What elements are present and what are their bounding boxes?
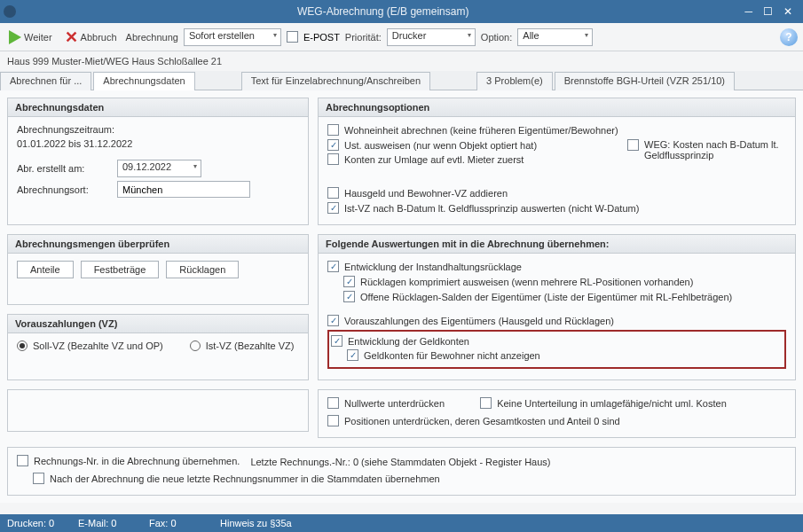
prioritaet-label: Priorität: bbox=[345, 32, 382, 43]
tab-abrechnungsdaten[interactable]: Abrechnungsdaten bbox=[93, 72, 194, 90]
close-button[interactable]: ✕ bbox=[783, 5, 792, 18]
panel-header: Abrechnungsdaten bbox=[8, 98, 308, 117]
abrechnung-label: Abrechnung bbox=[126, 32, 178, 43]
lbl-ist-vz: Ist-VZ (Bezahlte VZ) bbox=[206, 340, 295, 351]
minimize-button[interactable]: ─ bbox=[744, 5, 752, 18]
cb-nullwerte[interactable] bbox=[327, 397, 339, 409]
statusbar: Drucken: 0 E-Mail: 0 Fax: 0 Hinweis zu §… bbox=[0, 514, 803, 532]
help-icon[interactable]: ? bbox=[780, 28, 798, 46]
panel-empty-left bbox=[7, 389, 309, 432]
panel-auswertungen: Folgende Auswertungen mit in die Abrechn… bbox=[318, 234, 796, 380]
maximize-button[interactable]: ☐ bbox=[763, 5, 773, 18]
weiter-button[interactable]: Weiter bbox=[5, 28, 56, 46]
breadcrumb: Haus 999 Muster-Miet/WEG Haus Schloßalle… bbox=[0, 51, 803, 71]
btn-festbetraege[interactable]: Festbeträge bbox=[81, 261, 160, 278]
zeitraum-value: 01.01.2022 bis 31.12.2022 bbox=[17, 138, 299, 149]
panel-rechnungsnr: Rechnungs-Nr. in die Abrechnung übernehm… bbox=[7, 447, 796, 496]
radio-soll-vz[interactable] bbox=[17, 340, 28, 351]
tab-text-einzelabrechnung[interactable]: Text für Einzelabrechnung/Anschreiben bbox=[241, 72, 430, 90]
titlebar: WEG-Abrechnung (E/B gemeinsam) ─ ☐ ✕ bbox=[0, 0, 803, 23]
cb-vz-eigentuemer[interactable]: ✓ bbox=[327, 315, 339, 326]
tab-abrechnen-fuer[interactable]: Abrechnen für ... bbox=[0, 72, 91, 90]
window-title: WEG-Abrechnung (E/B gemeinsam) bbox=[21, 5, 744, 18]
panel-unterdruecken: Nullwerte unterdrücken Keine Unterteilun… bbox=[318, 389, 796, 438]
status-drucken: Drucken: 0 bbox=[7, 518, 60, 528]
cb-entwicklung-geldkonten[interactable]: ✓ bbox=[331, 335, 342, 347]
lbl-keine-unterteilung: Keine Unterteilung in umlagefähige/nicht… bbox=[497, 398, 727, 409]
lbl-rechnungsnr-uebernehmen: Rechnungs-Nr. in die Abrechnung übernehm… bbox=[34, 456, 240, 466]
letzte-rechnungsnr: Letzte Rechnungs.-Nr.: 0 (siehe Stammdat… bbox=[250, 457, 550, 467]
abbruch-label: Abbruch bbox=[81, 32, 117, 43]
cb-hausgeld-vz[interactable] bbox=[327, 187, 339, 199]
lbl-wohneinheit: Wohneinheit abrechnen (keine früheren Ei… bbox=[344, 125, 618, 136]
ort-input[interactable] bbox=[117, 181, 250, 198]
lbl-entwicklung-geldkonten: Entwicklung der Geldkonten bbox=[348, 336, 469, 347]
panel-abrechnungsdaten: Abrechnungsdaten Abrechnungszeitraum: 01… bbox=[7, 98, 309, 225]
panel-header: Abrechnungsmengen überprüfen bbox=[8, 235, 308, 254]
cb-offene-salden[interactable]: ✓ bbox=[343, 291, 355, 302]
tab-brennstoffe[interactable]: Brennstoffe BGH-Urteil (VZR 251/10) bbox=[555, 72, 735, 90]
abrechnung-dropdown[interactable]: Sofort erstellen bbox=[184, 28, 281, 46]
option-dropdown[interactable]: Alle bbox=[517, 28, 593, 46]
status-email: E-Mail: 0 bbox=[78, 518, 131, 528]
ort-label: Abrechnungsort: bbox=[17, 184, 110, 195]
lbl-nach-abrechnung: Nach der Abrechnung die neue letzte Rech… bbox=[50, 473, 440, 484]
cb-istvz-bdatum[interactable]: ✓ bbox=[327, 202, 339, 214]
cb-keine-unterteilung[interactable] bbox=[480, 397, 492, 409]
cb-geldkonten-bewohner[interactable]: ✓ bbox=[347, 349, 358, 361]
cb-entwicklung-ruecklage[interactable]: ✓ bbox=[327, 261, 339, 272]
erstellt-date-dropdown[interactable]: 09.12.2022 bbox=[117, 160, 201, 177]
lbl-soll-vz: Soll-VZ (Bezahlte VZ und OP) bbox=[33, 340, 163, 351]
app-icon bbox=[4, 5, 16, 18]
lbl-nullwerte: Nullwerte unterdrücken bbox=[344, 398, 445, 409]
window-controls: ─ ☐ ✕ bbox=[744, 5, 799, 18]
prioritaet-dropdown[interactable]: Drucker bbox=[387, 28, 476, 46]
epost-checkbox[interactable] bbox=[287, 31, 298, 43]
lbl-vz-eigentuemer: Vorauszahlungen des Eigentümers (Hausgel… bbox=[344, 316, 614, 326]
arrow-right-icon bbox=[9, 30, 21, 44]
lbl-ust: Ust. ausweisen (nur wenn Objekt optiert … bbox=[344, 140, 537, 151]
lbl-konten-umlage: Konten zur Umlage auf evtl. Mieter zuers… bbox=[344, 154, 524, 165]
panel-header: Vorauszahlungen (VZ) bbox=[8, 315, 308, 333]
abbruch-button[interactable]: ✕ Abbruch bbox=[61, 26, 121, 49]
cb-wohneinheit[interactable] bbox=[327, 124, 339, 136]
option-label: Option: bbox=[481, 32, 512, 43]
cb-rechnungsnr-uebernehmen[interactable] bbox=[17, 455, 28, 466]
lbl-offene-salden: Offene Rücklagen-Salden der Eigentümer (… bbox=[360, 292, 732, 302]
zeitraum-label: Abrechnungszeitraum: bbox=[17, 124, 299, 135]
btn-anteile[interactable]: Anteile bbox=[17, 261, 74, 278]
tabs: Abrechnen für ... Abrechnungsdaten Text … bbox=[0, 71, 803, 90]
content-area: Abrechnungsdaten Abrechnungszeitraum: 01… bbox=[0, 90, 803, 503]
lbl-ruecklagen-komprimiert: Rücklagen komprimiert ausweisen (wenn me… bbox=[360, 277, 693, 287]
radio-ist-vz[interactable] bbox=[190, 340, 201, 351]
erstellt-label: Abr. erstellt am: bbox=[17, 163, 110, 174]
panel-mengen: Abrechnungsmengen überprüfen Anteile Fes… bbox=[7, 234, 309, 305]
lbl-hausgeld-vz: Hausgeld und Bewohner-VZ addieren bbox=[344, 188, 508, 199]
cb-ust[interactable]: ✓ bbox=[327, 139, 339, 151]
panel-header: Abrechnungsoptionen bbox=[319, 98, 795, 117]
lbl-istvz-bdatum: Ist-VZ nach B-Datum lt. Geldflussprinzip… bbox=[344, 203, 639, 214]
cancel-x-icon: ✕ bbox=[65, 27, 78, 47]
btn-ruecklagen[interactable]: Rücklagen bbox=[166, 261, 239, 278]
status-fax: Fax: 0 bbox=[149, 518, 202, 528]
lbl-entwicklung-ruecklage: Entwicklung der Instandhaltungsrücklage bbox=[344, 262, 522, 272]
panel-vorauszahlungen: Vorauszahlungen (VZ) Soll-VZ (Bezahlte V… bbox=[7, 314, 309, 380]
cb-ruecklagen-komprimiert[interactable]: ✓ bbox=[343, 276, 355, 287]
lbl-geldkonten-bewohner: Geldkonten für Bewohner nicht anzeigen bbox=[364, 350, 540, 361]
tab-probleme[interactable]: 3 Problem(e) bbox=[476, 72, 553, 90]
weiter-label: Weiter bbox=[24, 32, 52, 43]
cb-nach-abrechnung[interactable] bbox=[33, 473, 44, 484]
toolbar: Weiter ✕ Abbruch Abrechnung Sofort erste… bbox=[0, 23, 803, 51]
panel-abrechnungsoptionen: Abrechnungsoptionen Wohneinheit abrechne… bbox=[318, 98, 796, 225]
epost-label: E-POST bbox=[303, 32, 340, 43]
cb-weg-kosten[interactable] bbox=[627, 139, 639, 151]
highlighted-geldkonten-box: ✓Entwicklung der Geldkonten ✓Geldkonten … bbox=[327, 330, 786, 369]
cb-positionen[interactable] bbox=[327, 415, 339, 426]
status-hinweis: Hinweis zu §35a bbox=[220, 518, 292, 528]
lbl-positionen: Positionen unterdrücken, deren Gesamtkos… bbox=[344, 416, 620, 426]
panel-header: Folgende Auswertungen mit in die Abrechn… bbox=[319, 235, 795, 254]
cb-konten-umlage[interactable] bbox=[327, 153, 339, 165]
lbl-weg-kosten: WEG: Kosten nach B-Datum lt. Geldflusspr… bbox=[644, 139, 786, 160]
